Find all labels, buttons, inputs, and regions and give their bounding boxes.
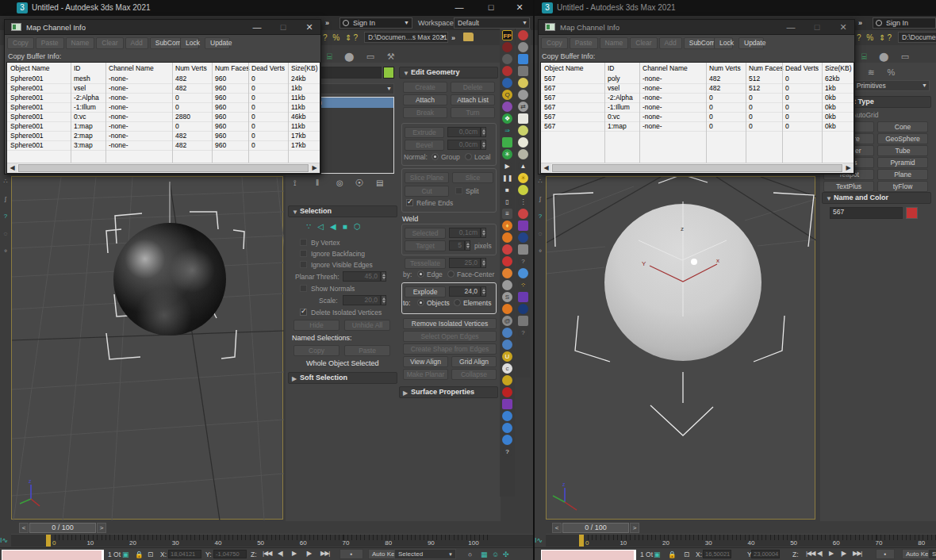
dialog-titlebar[interactable]: Map Channel Info — □ ✕ <box>539 20 854 35</box>
dialog-toolbar-button[interactable]: Paste <box>570 37 598 49</box>
strip-icon[interactable]: ∴ <box>535 178 546 195</box>
teapot-red-icon[interactable] <box>518 30 528 40</box>
strip-icon[interactable]: ʃ <box>0 195 11 213</box>
sbox-icon[interactable] <box>518 244 528 255</box>
dialog-toolbar-button[interactable]: Name <box>66 37 95 49</box>
make-unique-icon[interactable]: ◎ <box>336 178 343 187</box>
dialog-maximize-button[interactable]: □ <box>278 22 288 32</box>
lines-icon[interactable]: ⋮ <box>518 197 528 207</box>
flame1-icon[interactable]: ♦ <box>502 221 512 231</box>
weld-selected-button[interactable]: Selected <box>405 228 446 239</box>
hierarchy-tab-icon[interactable]: ⌸ <box>861 52 867 62</box>
red2-icon[interactable] <box>502 256 512 267</box>
tessellate-button[interactable]: Tessellate <box>405 258 446 269</box>
bhand-icon[interactable] <box>502 435 512 445</box>
x-coord-field[interactable]: 18,04121 <box>168 550 201 558</box>
delete-isolated-label[interactable]: Delete Isolated Vertices <box>311 309 382 316</box>
key-mode-button[interactable]: ▪ <box>876 549 895 559</box>
play-button[interactable]: ▶ <box>292 550 296 557</box>
tessellate-field[interactable]: 25,0 <box>449 258 481 268</box>
mtn1-icon[interactable] <box>502 328 512 338</box>
split-label[interactable]: Split <box>466 187 479 195</box>
arrow-icon[interactable]: ⇒ <box>502 125 512 136</box>
swirl-icon[interactable] <box>502 280 512 290</box>
delete-button[interactable]: Delete <box>451 82 495 93</box>
shoe-icon[interactable] <box>502 244 512 255</box>
create-shape-button[interactable]: Create Shape from Edges <box>403 343 497 355</box>
pause-icon[interactable]: ❚❚ <box>502 173 512 183</box>
dkblue-icon[interactable] <box>518 304 528 314</box>
workspaces-dropdown[interactable]: Default▼ <box>454 17 530 29</box>
name-color-rollout-header[interactable]: ▼Name and Color <box>822 192 931 204</box>
ignore-visible-edges-label[interactable]: Ignore Visible Edges <box>311 261 373 269</box>
lock-button[interactable]: Lock <box>714 37 733 49</box>
folder-icon[interactable] <box>463 33 474 41</box>
object-type-textplus-button[interactable]: TextPlus <box>823 181 874 192</box>
strip-icon[interactable]: ◌ <box>0 230 11 247</box>
teapot-icon[interactable] <box>518 42 528 52</box>
object-type-pyramid-button[interactable]: Pyramid <box>877 157 928 168</box>
flame2-icon[interactable] <box>502 232 512 243</box>
update-button[interactable]: Update <box>205 37 230 49</box>
strip-icon[interactable]: ◌ <box>535 230 546 247</box>
dragon-icon[interactable] <box>502 387 512 397</box>
configure-modifier-icon[interactable]: ▤ <box>376 178 383 187</box>
absolute-mode-icon[interactable]: ⊡ <box>148 550 153 558</box>
table-row[interactable]: 567-2:Alpha-none-0000kb <box>541 93 854 102</box>
table-row[interactable]: Sphere001mesh-none-482960024kb <box>7 74 320 83</box>
time-slider[interactable] <box>579 535 584 547</box>
object-type-tyflow-button[interactable]: tyFlow <box>877 181 928 192</box>
project-overflow-icon[interactable]: » <box>451 34 454 42</box>
q-icon[interactable]: Q <box>502 90 512 100</box>
collapse-button[interactable]: Collapse <box>451 369 497 380</box>
lock-button[interactable]: Lock <box>180 37 199 49</box>
photo-icon[interactable] <box>518 54 528 64</box>
motion-tab-icon[interactable]: ⬤ <box>879 52 888 62</box>
maxscript-listener[interactable] <box>541 550 636 560</box>
fire-icon[interactable] <box>502 268 512 278</box>
snap-toggle-icons[interactable]: ? % ⇕? <box>857 33 893 42</box>
lock-selection-icon[interactable]: 🔒 <box>668 550 677 558</box>
bcircle-icon[interactable] <box>502 411 512 421</box>
edge-radio-label[interactable]: Edge <box>427 270 443 278</box>
viewport[interactable]: z <box>11 176 283 520</box>
close-button[interactable]: ✕ <box>514 2 525 13</box>
bwave-icon[interactable] <box>502 423 512 433</box>
scale-field[interactable]: 20,0 <box>343 295 381 305</box>
group-radio-label[interactable]: Group <box>441 153 460 161</box>
utilities-tab-icon[interactable]: ⚒ <box>387 52 395 62</box>
surface-properties-rollout-header[interactable]: ▶Surface Properties <box>399 386 498 398</box>
soft-selection-rollout-header[interactable]: ▶Soft Selection <box>288 372 397 384</box>
dkball-icon[interactable] <box>518 232 528 243</box>
table-row[interactable]: Sphere001-1:Illum-none-0960011kb <box>7 102 320 112</box>
cup-icon[interactable]: c <box>502 363 512 374</box>
selected-filter-dropdown[interactable]: Selected▼ <box>394 549 456 559</box>
grid-align-button[interactable]: Grid Align <box>451 356 497 367</box>
dialog-close-button[interactable]: ✕ <box>838 22 848 33</box>
help-icon[interactable]: ? <box>502 447 512 457</box>
rsq-icon[interactable] <box>518 113 528 124</box>
ignore-backfacing-label[interactable]: Ignore Backfacing <box>311 250 365 258</box>
prev-frame-button[interactable]: ◀| <box>278 550 282 557</box>
selection-rollout-header[interactable]: ▼Selection <box>288 205 397 217</box>
status-icon-1[interactable]: ▦ <box>481 550 488 558</box>
dialog-toolbar-button[interactable]: Copy <box>541 37 568 49</box>
go-to-end-button[interactable]: ▶▶| <box>853 550 861 557</box>
table-row[interactable]: 567poly-none-482512062kb <box>541 74 854 83</box>
tri-icon[interactable]: ▲ <box>518 161 528 171</box>
circ2-icon[interactable] <box>518 185 528 195</box>
create-button[interactable]: Create <box>403 82 447 93</box>
lights-category-icon[interactable]: ≋ <box>868 67 875 78</box>
next-frame-button[interactable]: |▶ <box>306 550 311 557</box>
dots-icon[interactable]: ⁘ <box>518 280 528 290</box>
fp-icon[interactable]: FP <box>502 30 512 40</box>
sphere-icon[interactable] <box>518 268 528 278</box>
weld-selected-field[interactable]: 0,1cm <box>449 228 481 238</box>
face-center-radio-label[interactable]: Face-Center <box>457 270 494 278</box>
display-tab-icon[interactable]: ▭ <box>366 52 374 62</box>
x-red-icon[interactable] <box>502 42 512 52</box>
bevel-button[interactable]: Bevel <box>405 140 444 151</box>
next-frame-button[interactable]: |▶ <box>841 550 846 557</box>
prev-frame-button[interactable]: ◀| <box>817 550 822 557</box>
table-row[interactable]: Sphere0013:map-none-482960017kb <box>7 140 320 150</box>
